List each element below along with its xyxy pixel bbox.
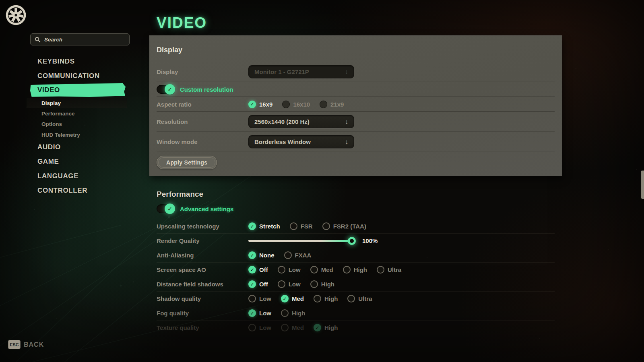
aspect-ratio-label: Aspect ratio: [157, 101, 248, 108]
radio-option-ultra[interactable]: Ultra: [347, 295, 372, 302]
anti-aliasing-label: Anti-Aliasing: [157, 252, 248, 259]
option-label: High: [292, 310, 305, 317]
custom-resolution-row: ✓ Custom resolution: [157, 82, 555, 97]
radio-checked-icon: ✓: [248, 309, 256, 317]
search-input[interactable]: Search: [30, 33, 130, 45]
sidebar-item-language[interactable]: LANGUAGE: [37, 172, 78, 180]
option-label: 16x9: [259, 101, 272, 108]
advanced-settings-row: ✓ Advanced settings: [157, 202, 555, 216]
sidebar-item-controller[interactable]: CONTROLLER: [37, 187, 87, 195]
radio-option-fsr2[interactable]: FSR2 (TAA): [322, 222, 366, 230]
sidebar-item-video[interactable]: VIDEO: [30, 83, 126, 97]
radio-option-med[interactable]: Med: [281, 324, 304, 331]
option-label: Ultra: [358, 295, 372, 302]
radio-option-med[interactable]: ✓ Med: [281, 295, 304, 302]
check-glyph: ✓: [250, 282, 254, 287]
radio-unchecked-icon: [343, 266, 351, 274]
display-monitor-dropdown[interactable]: Monitor 1 - G2721P ↓: [248, 65, 354, 78]
slider-track[interactable]: [248, 240, 355, 242]
radio-option-off[interactable]: ✓ Off: [248, 280, 268, 288]
render-quality-row: Render Quality 100%: [157, 234, 555, 248]
scrollbar-thumb[interactable]: [641, 171, 644, 199]
display-section-heading: Display: [157, 36, 555, 62]
option-label: Med: [292, 324, 304, 331]
advanced-settings-toggle[interactable]: ✓: [157, 204, 174, 213]
radio-option-low[interactable]: Low: [278, 266, 301, 274]
radio-option-fxaa[interactable]: FXAA: [284, 251, 312, 259]
sidebar-item-video-label: VIDEO: [37, 86, 60, 94]
render-quality-slider[interactable]: [248, 237, 355, 245]
gear-emblem-icon: [5, 4, 27, 26]
sidebar-subitem-hud-telemetry[interactable]: HUD Telemetry: [41, 132, 80, 138]
radio-option-fsr[interactable]: FSR: [290, 222, 313, 230]
radio-option-off[interactable]: ✓ Off: [248, 266, 268, 274]
background-particles: [0, 0, 1, 1]
check-glyph: ✓: [250, 101, 254, 107]
shadow-quality-row: Shadow quality Low ✓ Med High Ultra: [157, 292, 555, 306]
radio-option-high[interactable]: High: [281, 309, 305, 317]
radio-unchecked-icon: [278, 266, 285, 274]
radio-option-low[interactable]: Low: [248, 324, 271, 331]
custom-resolution-toggle[interactable]: ✓: [157, 85, 174, 94]
toggle-check-icon: ✓: [165, 84, 175, 95]
radio-unchecked-icon: [377, 266, 384, 274]
upscaling-technology-row: Upscaling technology ✓ Stretch FSR FSR2 …: [157, 219, 555, 234]
radio-unchecked-icon: [322, 222, 330, 230]
radio-unchecked-icon: [282, 101, 290, 108]
distance-field-shadows-row: Distance field shadows ✓ Off Low High: [157, 277, 555, 292]
option-label: None: [259, 252, 275, 259]
radio-option-high[interactable]: ✓ High: [314, 324, 338, 331]
render-quality-label: Render Quality: [157, 237, 248, 244]
sidebar-item-game[interactable]: GAME: [37, 158, 59, 166]
dropdown-arrow-icon: ↓: [345, 118, 348, 125]
option-label: Low: [289, 266, 301, 273]
radio-checked-icon: ✓: [248, 101, 256, 108]
radio-option-high[interactable]: High: [314, 295, 338, 302]
performance-section-heading: Performance: [157, 190, 555, 199]
radio-option-21x9[interactable]: 21x9: [320, 101, 344, 108]
apply-settings-button[interactable]: Apply Settings: [157, 156, 217, 169]
radio-option-stretch[interactable]: ✓ Stretch: [248, 222, 280, 230]
screen-space-ao-options: ✓ Off Low Med High Ultra: [248, 266, 401, 274]
custom-resolution-label[interactable]: Custom resolution: [180, 86, 233, 93]
esc-key-badge[interactable]: ESC: [8, 340, 21, 349]
slider-knob[interactable]: [348, 237, 356, 245]
option-label: High: [321, 281, 334, 288]
radio-option-ultra[interactable]: Ultra: [377, 266, 401, 274]
check-glyph: ✓: [315, 325, 319, 331]
display-panel: Display Display Monitor 1 - G2721P ↓ ✓ C…: [149, 35, 562, 176]
back-button[interactable]: BACK: [24, 341, 44, 348]
radio-option-low[interactable]: Low: [248, 295, 271, 302]
sidebar-subitem-display[interactable]: Display: [41, 100, 61, 106]
radio-option-low[interactable]: Low: [278, 280, 301, 288]
radio-option-high[interactable]: High: [343, 266, 367, 274]
option-label: High: [354, 266, 367, 273]
advanced-settings-label[interactable]: Advanced settings: [180, 206, 233, 212]
radio-unchecked-icon: [248, 324, 256, 331]
aspect-ratio-row: Aspect ratio ✓ 16x9 16x10 21x9: [157, 97, 555, 112]
window-mode-dropdown[interactable]: Borderless Window ↓: [248, 135, 354, 148]
option-label: 16x10: [293, 101, 310, 108]
option-label: Ultra: [388, 266, 401, 273]
radio-unchecked-icon: [320, 101, 327, 108]
radio-option-16x9[interactable]: ✓ 16x9: [248, 101, 272, 108]
radio-option-16x10[interactable]: 16x10: [282, 101, 310, 108]
sidebar-item-keybinds[interactable]: KEYBINDS: [37, 58, 75, 66]
texture-quality-options: Low Med ✓ High: [248, 324, 338, 331]
resolution-dropdown[interactable]: 2560x1440 (200 Hz) ↓: [248, 115, 354, 128]
option-label: Stretch: [259, 223, 280, 230]
sidebar-subitem-options[interactable]: Options: [41, 121, 62, 127]
sidebar-subitem-performance[interactable]: Performance: [41, 111, 75, 117]
sidebar-item-communication[interactable]: COMMUNICATION: [37, 72, 100, 80]
window-mode-dropdown-value: Borderless Window: [254, 138, 345, 145]
radio-option-none[interactable]: ✓ None: [248, 251, 275, 259]
radio-option-low[interactable]: ✓ Low: [248, 309, 271, 317]
display-monitor-dropdown-value: Monitor 1 - G2721P: [254, 68, 345, 75]
sidebar-item-audio[interactable]: AUDIO: [37, 143, 61, 151]
radio-checked-icon: ✓: [248, 222, 256, 230]
radio-option-high[interactable]: High: [310, 280, 334, 288]
option-label: Med: [321, 266, 333, 273]
fog-quality-row: Fog quality ✓ Low High: [157, 306, 555, 321]
radio-option-med[interactable]: Med: [310, 266, 333, 274]
option-label: Med: [292, 295, 304, 302]
